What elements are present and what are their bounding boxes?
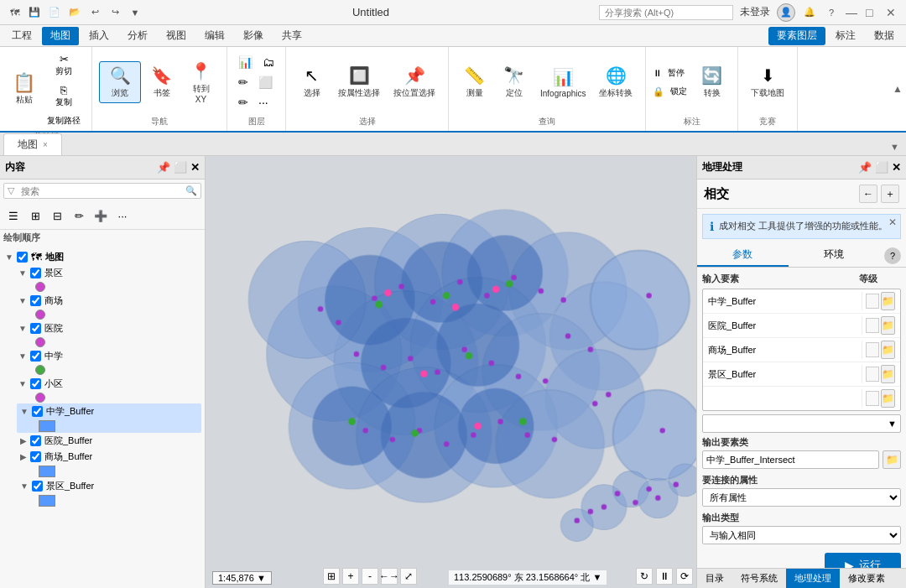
redo-icon[interactable]: ↪ [107,5,122,20]
layer-tool-add-btn[interactable]: ➕ [91,206,111,226]
layer-tool-more-btn[interactable]: ··· [112,206,133,226]
map-pan-btn[interactable]: ←→ [381,568,398,585]
tool-add-btn[interactable]: ＋ [881,185,899,203]
join-attr-select[interactable]: 所有属性 [702,488,901,507]
mall-checkbox[interactable] [30,295,41,306]
undo-icon[interactable]: ↩ [87,5,102,20]
tab-params[interactable]: 参数 [697,244,789,267]
output-type-select[interactable]: 与输入相同 [702,526,901,544]
menu-item-biaozhu[interactable]: 标注 [827,27,864,45]
menu-item-charu[interactable]: 插入 [81,27,117,45]
school-folder-btn[interactable]: 📁 [881,292,895,310]
layer-btn2[interactable]: 🗂 [258,53,279,71]
menu-item-yaosu-tuceng[interactable]: 要素图层 [768,27,825,45]
download-map-button[interactable]: ⬇ 下载地图 [745,61,790,103]
layer-item-school[interactable]: ▼ 中学 [17,348,201,364]
select-by-attr-button[interactable]: 🔲 按属性选择 [332,61,386,103]
pause-button[interactable]: 暂停 [664,65,689,81]
save-icon[interactable]: 💾 [27,5,42,20]
input-item-school-buffer[interactable]: 中学_Buffer 📁 [703,289,900,314]
input-item-hospital-buffer[interactable]: 医院_Buffer 📁 [703,314,900,338]
map-canvas[interactable] [206,156,696,588]
scenic-folder-btn[interactable]: 📁 [881,365,895,383]
collapse-icon[interactable]: ▲ [893,83,903,95]
mall-buffer-checkbox[interactable] [30,451,41,462]
empty-folder-btn[interactable]: 📁 [881,389,895,408]
school-level-box[interactable] [866,294,879,309]
input-item-scenic-buffer[interactable]: 景区_Buffer 📁 [703,362,900,387]
help-icon[interactable]: ? [824,5,839,20]
tab-env[interactable]: 环境 [789,244,880,267]
scale-selector[interactable]: 1:45,876 ▼ [212,571,272,585]
map-area[interactable]: 1:45,876 ▼ ⊞ + - ←→ ⤢ 113.2590689° 东 23.… [206,156,696,588]
map-tab[interactable]: 地图 × [3,133,62,155]
menu-item-gongcheng[interactable]: 工程 [3,27,40,45]
transform-button[interactable]: 🔄 转换 [693,61,731,103]
layer-item-xiaoqu[interactable]: ▼ 小区 [17,376,201,392]
scenic-buffer-checkbox[interactable] [32,481,43,492]
map-rotate-btn[interactable]: ↻ [636,568,653,585]
hospital-level-box[interactable] [866,318,879,333]
map-checkbox[interactable] [17,252,28,263]
map-zoom-in-btn[interactable]: + [342,568,359,585]
ribbon-collapse-btn[interactable]: ▲ [889,47,906,131]
xiaoqu-checkbox[interactable] [30,378,41,389]
layer-item-mall[interactable]: ▼ 商场 [17,293,201,309]
select-by-loc-button[interactable]: 📌 按位置选择 [388,61,441,103]
layer-search-box[interactable]: ▽ 🔍 [3,183,201,199]
menu-item-gongxiang[interactable]: 共享 [273,27,310,45]
tab-dropdown[interactable]: ▼ [887,138,903,155]
help-btn[interactable]: ? [884,247,901,264]
search-box-title[interactable] [599,5,733,20]
school-buffer-checkbox[interactable] [32,406,43,417]
map-zoom-out-btn[interactable]: - [362,568,378,585]
layer-btn5[interactable]: ✏ [234,93,253,112]
right-panel-pin-icon[interactable]: 📌 [858,161,872,174]
minimize-button[interactable]: — [846,6,859,19]
layer-item-scenic-buffer[interactable]: ▼ 景区_Buffer [17,478,201,507]
menu-item-shitu[interactable]: 视图 [158,27,195,45]
global-search-input[interactable] [599,5,733,20]
select-button[interactable]: ↖ 选择 [293,61,331,103]
input-item-mall-buffer[interactable]: 商场_Buffer 📁 [703,338,900,362]
scenic-checkbox[interactable] [30,268,41,278]
menu-item-fenxi[interactable]: 分析 [119,27,156,45]
mall-folder-btn[interactable]: 📁 [881,341,895,359]
layer-btn3[interactable]: ✏ [234,73,253,91]
layer-tool-filter-btn[interactable]: ⊟ [47,206,67,226]
new-icon[interactable]: 📄 [47,5,62,20]
panel-float-icon[interactable]: ⬜ [174,161,187,174]
layer-item-hospital-buffer[interactable]: ▶ 医院_Buffer [17,433,201,449]
bottom-tab-geoprocessing[interactable]: 地理处理 [786,569,840,588]
bottom-tab-catalog[interactable]: 目录 [697,569,732,588]
lock-button[interactable]: 锁定 [666,83,691,100]
output-folder-btn[interactable]: 📁 [883,450,901,469]
notification-icon[interactable]: 🔔 [802,5,817,20]
school-checkbox[interactable] [30,351,41,362]
cut-button[interactable]: ✂ 剪切 [43,50,85,80]
layer-search-input[interactable] [18,185,182,198]
paste-button[interactable]: 📋 粘贴 [7,70,41,110]
notice-close-btn[interactable]: ✕ [888,216,897,228]
map-zoom-fit-btn[interactable]: ⊞ [323,568,340,585]
menu-item-shuju[interactable]: 数据 [866,27,903,45]
infographics-button[interactable]: 📊 Infographics [534,63,591,102]
close-button[interactable]: ✕ [886,6,899,19]
input-features-dropdown[interactable]: ▼ [702,414,901,433]
copy-path-button[interactable]: 复制路径 [43,112,85,129]
map-refresh-btn[interactable]: ⟳ [676,568,693,585]
run-button[interactable]: ▶ 运行 [825,553,901,568]
measure-button[interactable]: 📏 测量 [456,61,493,103]
bookmark-button[interactable]: 🔖 书签 [143,61,180,103]
user-avatar[interactable]: 👤 [777,3,795,22]
right-panel-close-icon[interactable]: ✕ [892,161,901,174]
output-features-input[interactable] [702,450,879,469]
coord-transform-button[interactable]: 🌐 坐标转换 [593,61,638,103]
maximize-button[interactable]: □ [866,6,879,19]
hospital-buffer-checkbox[interactable] [30,435,41,446]
browse-button[interactable]: 🔍 浏览 [99,61,141,103]
dropdown-icon[interactable]: ▼ [128,5,143,20]
layer-item-scenic[interactable]: ▼ 景区 [17,265,201,281]
menu-item-ditu[interactable]: 地图 [42,27,79,45]
pin-icon[interactable]: 📌 [157,161,170,174]
